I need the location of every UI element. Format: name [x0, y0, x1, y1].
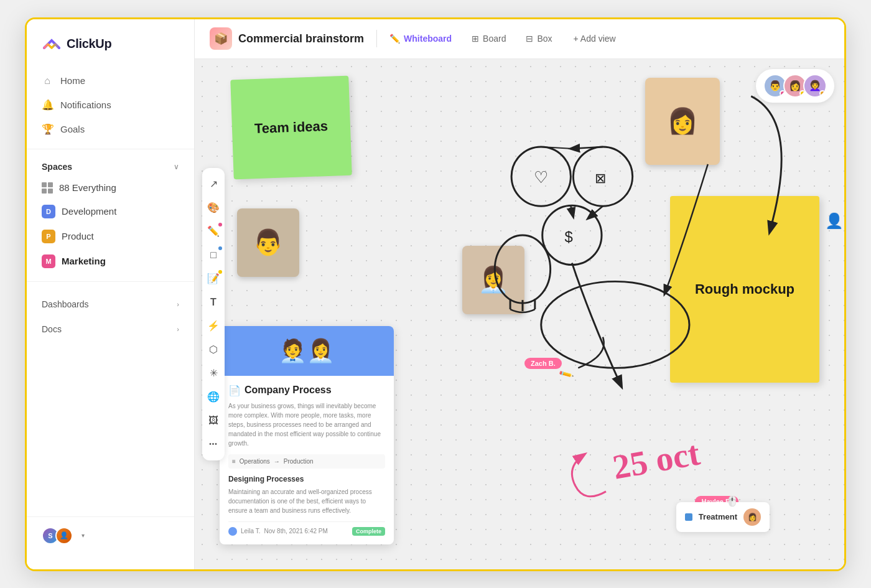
treatment-avatar: 👩 [743, 508, 761, 526]
collab3-icon: 👩‍🦱 [809, 80, 821, 91]
person-avatar-1: 👩 [645, 78, 720, 165]
clickup-logo-icon [42, 34, 62, 54]
svg-text:✏️: ✏️ [558, 366, 575, 382]
docs-arrow-icon: › [177, 325, 179, 333]
tool-image[interactable]: 🖼 [202, 409, 225, 432]
avatar-user2[interactable]: 👤 [55, 527, 73, 544]
svg-line-11 [571, 146, 603, 148]
nav-notifications-label: Notifications [60, 100, 111, 110]
tab-whiteboard[interactable]: ✏️ Whiteboard [381, 29, 460, 49]
svg-text:25 oct: 25 oct [610, 433, 703, 487]
doc-author: Leila T. Nov 8th, 2021 6:42 PM [228, 527, 328, 536]
nav-notifications[interactable]: 🔔 Notifications [27, 93, 194, 117]
nav-home[interactable]: ⌂ Home [27, 69, 194, 93]
tool-lightning[interactable]: ⚡ [202, 315, 225, 337]
tool-more[interactable]: ••• [202, 433, 225, 455]
doc-section-title: Designing Processes [228, 475, 385, 483]
section-dashboards[interactable]: Dashboards › [27, 289, 194, 314]
page-title: Commercial brainstorm [238, 32, 364, 45]
doc-card[interactable]: 🧑‍💼👩‍💼 📄 Company Process As your busines… [220, 326, 394, 544]
spaces-chevron-icon[interactable]: ∨ [174, 162, 179, 171]
divider-1 [27, 149, 194, 149]
svg-point-14 [541, 281, 689, 368]
sidebar-item-marketing[interactable]: M Marketing [27, 249, 194, 274]
doc-flow-from: Operations [240, 458, 270, 465]
board-tab-label: Board [483, 34, 506, 44]
treatment-card[interactable]: Treatment 👩 [676, 502, 770, 532]
header: 📦 Commercial brainstorm ✏️ Whiteboard ⊞ … [195, 19, 844, 59]
sticky-note-yellow[interactable]: Rough mockup [670, 196, 819, 383]
doc-status-badge: Complete [352, 527, 385, 536]
trophy-icon: 🏆 [42, 123, 53, 135]
tab-board[interactable]: ⊞ Board [463, 29, 515, 49]
tool-cursor[interactable]: ↗ [202, 173, 225, 195]
section-docs[interactable]: Docs › [27, 314, 194, 339]
sidebar-bottom: S 👤 ▾ [27, 516, 194, 554]
tool-share[interactable]: ⬡ [202, 338, 225, 361]
box-tab-label: Box [537, 34, 552, 44]
sidebar-item-product[interactable]: P Product [27, 224, 194, 249]
spaces-header: Spaces ∨ [27, 157, 194, 177]
marketing-label: Marketing [62, 256, 106, 266]
whiteboard-canvas[interactable]: ↗ 🎨 ✏️ □ 📝 T ⚡ ⬡ ✳ 🌐 🖼 [195, 59, 844, 569]
tool-rectangle[interactable]: □ [202, 244, 225, 266]
whiteboard-tab-label: Whiteboard [404, 34, 452, 44]
image-icon: 🖼 [208, 415, 218, 426]
divider-2 [27, 281, 194, 282]
person-photo-2: 👩‍💼 [462, 246, 524, 314]
tool-globe[interactable]: 🌐 [202, 386, 225, 408]
everything-icon [42, 182, 53, 194]
lightning-icon: ⚡ [207, 320, 220, 332]
tool-pen[interactable]: ✏️ [202, 220, 225, 243]
sidebar-item-development[interactable]: D Development [27, 199, 194, 224]
tool-palette[interactable]: 🎨 [202, 197, 225, 219]
tab-box[interactable]: ⊟ Box [517, 29, 561, 49]
add-view-button[interactable]: + Add view [565, 29, 625, 49]
svg-line-10 [571, 206, 573, 217]
nav-goals[interactable]: 🏆 Goals [27, 117, 194, 141]
sticky-note-green[interactable]: Team ideas [230, 75, 352, 179]
svg-text:⊠: ⊠ [595, 170, 606, 185]
more-icon: ••• [209, 441, 218, 447]
share-icon: ⬡ [209, 343, 218, 355]
person-photo-1: 👩 [645, 78, 720, 165]
author-name: Leila T. [241, 528, 261, 534]
collaborator-3[interactable]: 👩‍🦱 [803, 74, 827, 98]
product-label: Product [62, 231, 94, 241]
text-icon: T [210, 297, 217, 308]
collab2-icon: 👩 [789, 80, 801, 91]
bell-icon: 🔔 [42, 99, 53, 111]
home-icon: ⌂ [42, 75, 53, 86]
app-frame: ClickUp ⌂ Home 🔔 Notifications 🏆 Goals S… [25, 17, 846, 571]
main-content: 📦 Commercial brainstorm ✏️ Whiteboard ⊞ … [195, 19, 844, 569]
treatment-label: Treatment [699, 512, 737, 521]
doc-section-text: Maintaining an accurate and well-organiz… [228, 487, 385, 515]
doc-card-flow: ≡ Operations → Production [228, 454, 385, 469]
svg-line-12 [541, 146, 574, 148]
add-view-label: + Add view [574, 34, 616, 44]
rect-dot [218, 246, 222, 250]
sidebar: ClickUp ⌂ Home 🔔 Notifications 🏆 Goals S… [27, 19, 195, 569]
logo-text: ClickUp [67, 37, 111, 51]
doc-card-footer: Leila T. Nov 8th, 2021 6:42 PM Complete [228, 521, 385, 536]
sticky-yellow-text: Rough mockup [695, 281, 794, 297]
user-menu-caret[interactable]: ▾ [82, 532, 85, 539]
svg-point-6 [573, 146, 632, 205]
author-avatar-dot [228, 527, 237, 536]
everything-label: 88 Everything [59, 182, 116, 193]
product-badge: P [42, 230, 55, 243]
tool-sticky[interactable]: 📝 [202, 268, 225, 290]
spaces-title: Spaces [42, 162, 72, 172]
doc-flow-to: Production [284, 458, 314, 465]
svg-point-4 [511, 146, 571, 205]
sidebar-item-everything[interactable]: 88 Everything [27, 177, 194, 199]
tool-text[interactable]: T [202, 291, 225, 314]
sticky-green-text: Team ideas [254, 118, 328, 136]
palette-icon: 🎨 [207, 202, 220, 213]
svg-text:$: $ [564, 228, 572, 245]
whiteboard-toolbar: ↗ 🎨 ✏️ □ 📝 T ⚡ ⬡ ✳ 🌐 🖼 [202, 168, 225, 460]
tool-star[interactable]: ✳ [202, 362, 225, 385]
person-photo-3: 👨 [237, 208, 299, 277]
doc-card-description: As your business grows, things will inev… [228, 401, 385, 448]
collab1-icon: 👨 [769, 80, 781, 91]
